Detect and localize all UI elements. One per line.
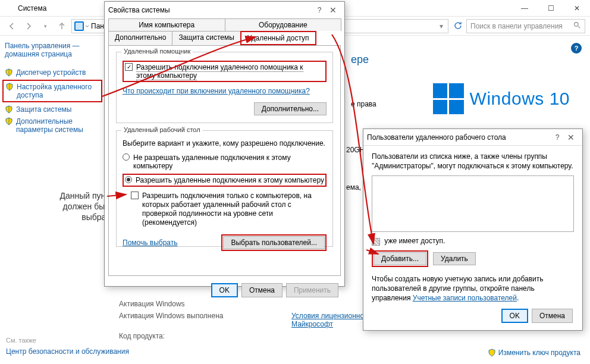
recent-dropdown[interactable]: ▾ bbox=[38, 19, 52, 33]
sidebar-item-advanced-settings[interactable]: Дополнительные параметры системы bbox=[5, 115, 100, 136]
rdp-deny-radio[interactable]: Не разрешать удаленные подключения к это… bbox=[123, 153, 327, 170]
shield-icon bbox=[5, 105, 13, 114]
maximize-button[interactable]: ☐ bbox=[538, 0, 564, 17]
page-heading-fragment: ере bbox=[351, 54, 369, 66]
tab-system-protection[interactable]: Защита системы bbox=[172, 31, 240, 45]
sidebar-item-label: Дополнительные параметры системы bbox=[16, 117, 100, 134]
add-user-button[interactable]: Добавить... bbox=[374, 252, 426, 265]
sidebar-item-label: Защита системы bbox=[16, 105, 71, 114]
help-icon[interactable]: ? bbox=[571, 43, 582, 54]
remove-label: Удалить bbox=[441, 255, 468, 263]
radio-label: Не разрешать удаленные подключения к это… bbox=[133, 153, 327, 170]
rdp-allow-radio[interactable]: Разрешить удаленные подключения к этому … bbox=[123, 174, 327, 187]
back-button[interactable] bbox=[5, 19, 19, 33]
activation-status-label: Активация Windows выполнена bbox=[119, 312, 232, 328]
close-button[interactable]: ✕ bbox=[325, 5, 341, 15]
users-listbox[interactable] bbox=[372, 175, 574, 232]
search-icon bbox=[573, 21, 581, 31]
dialog-title: Пользователи удаленного рабочего стола bbox=[367, 133, 551, 142]
sidebar-item-system-protection[interactable]: Защита системы bbox=[5, 103, 100, 115]
breadcrumb-segment[interactable]: Пан bbox=[91, 22, 104, 30]
cancel-button[interactable]: Отмена bbox=[241, 283, 283, 297]
nla-checkbox[interactable]: Разрешить подключения только с компьютер… bbox=[123, 192, 327, 227]
group-legend: Удаленный помощник bbox=[121, 48, 193, 55]
user-accounts-link[interactable]: Учетные записи пользователей bbox=[413, 294, 517, 302]
tab-remote[interactable]: Удаленный доступ bbox=[240, 31, 316, 45]
radio-icon bbox=[123, 153, 130, 161]
close-button[interactable]: ✕ bbox=[563, 133, 579, 142]
already-has-access-label: уже имеет доступ. bbox=[384, 237, 445, 245]
create-account-hint: Чтобы создать новую учетную запись или д… bbox=[372, 274, 574, 303]
breadcrumb-dropdown[interactable]: ▾ bbox=[437, 22, 445, 30]
remote-assistance-group: Удаленный помощник ✓ Разрешить подключен… bbox=[116, 52, 333, 123]
system-properties-dialog: Свойства системы ? ✕ Имя компьютера Обор… bbox=[104, 1, 345, 287]
up-button[interactable] bbox=[55, 19, 69, 33]
users-msg: Пользователи из списка ниже, а также чле… bbox=[372, 152, 574, 171]
ok-label: OK bbox=[219, 286, 230, 294]
tab-panel-remote: Удаленный помощник ✓ Разрешить подключен… bbox=[108, 45, 341, 276]
forward-button[interactable] bbox=[21, 19, 36, 33]
checkbox-label: Разрешить подключения удаленного помощни… bbox=[136, 63, 303, 80]
refresh-icon[interactable] bbox=[453, 21, 464, 32]
apply-label: Применить bbox=[294, 286, 331, 294]
dialog-button-row: OK Отмена Применить bbox=[105, 280, 344, 301]
sidebar-footer: См. также Центр безопасности и обслужива… bbox=[6, 337, 129, 356]
shield-icon bbox=[5, 68, 13, 77]
dialog-body: Пользователи из списка ниже, а также чле… bbox=[363, 146, 582, 309]
tab-hardware[interactable]: Оборудование bbox=[225, 18, 342, 31]
rdp-intro: Выберите вариант и укажите, кому разреше… bbox=[123, 139, 327, 148]
sidebar-item-label: Диспетчер устройств bbox=[16, 68, 86, 77]
help-choose-link[interactable]: Помочь выбрать bbox=[123, 239, 178, 247]
windows10-text: Windows 10 bbox=[470, 89, 570, 109]
rights-fragment: е права bbox=[351, 100, 376, 108]
sidebar-link-security[interactable]: Центр безопасности и обслуживания bbox=[6, 347, 129, 356]
sidebar-item-device-manager[interactable]: Диспетчер устройств bbox=[5, 67, 100, 79]
close-button[interactable]: ✕ bbox=[564, 0, 590, 17]
tab-strip: Имя компьютера Оборудование Дополнительн… bbox=[108, 18, 341, 45]
allow-remote-assistance-checkbox[interactable]: ✓ Разрешить подключения удаленного помощ… bbox=[123, 61, 327, 82]
product-code-label: Код продукта: bbox=[119, 332, 232, 340]
shield-icon bbox=[5, 83, 14, 91]
cancel-label: Отмена bbox=[539, 312, 565, 320]
radio-icon bbox=[125, 176, 132, 183]
search-input[interactable]: Поиск в панели управления bbox=[466, 19, 585, 33]
tab-computer-name[interactable]: Имя компьютера bbox=[108, 18, 225, 31]
change-key-label: Изменить ключ продукта bbox=[498, 349, 580, 357]
annotation-text: Данный пункт должен быть выбран! bbox=[34, 190, 113, 223]
user-pixelated-icon bbox=[372, 238, 380, 246]
cancel-button[interactable]: Отмена bbox=[532, 309, 573, 323]
sidebar-item-label: Настройка удаленного доступа bbox=[17, 83, 99, 99]
shield-icon bbox=[488, 349, 496, 357]
monitor-icon bbox=[74, 21, 84, 31]
apply-button[interactable]: Применить bbox=[286, 283, 338, 297]
ok-button[interactable]: OK bbox=[211, 283, 238, 297]
help-button[interactable]: ? bbox=[551, 133, 563, 142]
remote-assistance-help-link[interactable]: Что происходит при включении удаленного … bbox=[123, 87, 310, 95]
see-also-label: См. также bbox=[6, 337, 129, 344]
dialog-titlebar[interactable]: Свойства системы ? ✕ bbox=[105, 2, 344, 18]
minimize-button[interactable]: — bbox=[511, 0, 538, 17]
tab-advanced[interactable]: Дополнительно bbox=[108, 31, 172, 45]
shield-icon bbox=[5, 117, 13, 125]
sidebar-item-remote-settings[interactable]: Настройка удаленного доступа bbox=[2, 80, 102, 102]
dialog-button-row: OK Отмена bbox=[495, 305, 579, 327]
advanced-button[interactable]: Дополнительно... bbox=[254, 102, 327, 115]
windows-logo-icon bbox=[433, 83, 464, 114]
svg-point-0 bbox=[575, 22, 579, 26]
dialog-titlebar[interactable]: Пользователи удаленного рабочего стола ?… bbox=[363, 129, 582, 146]
remote-desktop-users-dialog: Пользователи удаленного рабочего стола ?… bbox=[363, 128, 583, 331]
checkbox-label: Разрешить подключения только с компьютер… bbox=[142, 192, 327, 227]
add-label: Добавить... bbox=[381, 255, 419, 263]
group-legend: Удаленный рабочий стол bbox=[121, 126, 203, 133]
caption-buttons: — ☐ ✕ bbox=[511, 0, 590, 17]
sidebar-header[interactable]: Панель управления — домашняя страница bbox=[5, 42, 100, 58]
select-users-button[interactable]: Выбрать пользователей... bbox=[223, 236, 325, 249]
remote-desktop-group: Удаленный рабочий стол Выберите вариант … bbox=[116, 130, 333, 247]
checkbox-icon bbox=[131, 192, 139, 199]
select-users-label: Выбрать пользователей... bbox=[231, 239, 317, 247]
remove-user-button[interactable]: Удалить bbox=[433, 252, 476, 265]
change-product-key-link[interactable]: Изменить ключ продукта bbox=[488, 349, 580, 357]
help-button[interactable]: ? bbox=[313, 6, 325, 14]
ok-button[interactable]: OK bbox=[501, 309, 528, 323]
windows10-brand: Windows 10 bbox=[433, 83, 570, 114]
